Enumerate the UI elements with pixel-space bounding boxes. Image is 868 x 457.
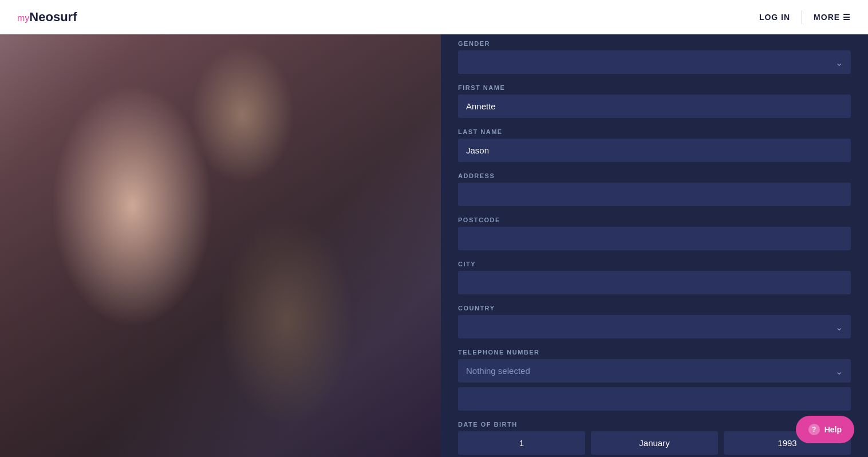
gender-select-wrapper: Male Female Other ⌄ (458, 50, 851, 74)
main-layout: GENDER Male Female Other ⌄ FIRST NAME (0, 0, 868, 457)
last-name-input[interactable] (458, 139, 851, 162)
gender-field-group: GENDER Male Female Other ⌄ (458, 40, 851, 74)
more-link[interactable]: MORE ☰ (814, 13, 851, 22)
telephone-label: TELEPHONE NUMBER (458, 349, 851, 356)
dob-day-field: 1 2 3 4 5 6 7 8 9 10 15 (458, 431, 585, 455)
first-name-field-group: FIRST NAME (458, 84, 851, 118)
dob-month-field: January February March April May June Ju… (591, 431, 718, 455)
dob-month-select[interactable]: January February March April May June Ju… (591, 431, 718, 455)
city-input[interactable] (458, 271, 851, 294)
form-panel: GENDER Male Female Other ⌄ FIRST NAME (441, 0, 868, 457)
header: myNeosurf LOG IN MORE ☰ (0, 0, 868, 34)
address-label: ADDRESS (458, 172, 851, 179)
first-name-input[interactable] (458, 94, 851, 118)
registration-form: GENDER Male Female Other ⌄ FIRST NAME (458, 40, 851, 455)
country-label: COUNTRY (458, 305, 851, 312)
telephone-field-group: TELEPHONE NUMBER Nothing selected +1 (US… (458, 349, 851, 411)
dob-day-select[interactable]: 1 2 3 4 5 6 7 8 9 10 15 (458, 431, 585, 455)
country-select[interactable]: Australia United Kingdom United States F… (458, 315, 851, 338)
telephone-input[interactable] (458, 387, 851, 411)
header-divider (802, 10, 802, 24)
help-button[interactable]: ? Help (796, 416, 854, 443)
login-link[interactable]: LOG IN (759, 13, 790, 22)
phone-code-select[interactable]: Nothing selected +1 (US) +44 (UK) +61 (A… (458, 359, 851, 383)
country-field-group: COUNTRY Australia United Kingdom United … (458, 305, 851, 338)
photo-background (0, 0, 441, 457)
postcode-input[interactable] (458, 227, 851, 250)
phone-code-wrapper: Nothing selected +1 (US) +44 (UK) +61 (A… (458, 359, 851, 383)
address-field-group: ADDRESS (458, 172, 851, 206)
country-select-wrapper: Australia United Kingdom United States F… (458, 315, 851, 338)
help-label: Help (824, 425, 842, 434)
address-input[interactable] (458, 183, 851, 206)
logo: myNeosurf (17, 10, 77, 25)
logo-brand: Neosurf (29, 10, 77, 24)
last-name-field-group: LAST NAME (458, 128, 851, 162)
gender-select[interactable]: Male Female Other (458, 50, 851, 74)
dob-label: DATE OF BIRTH (458, 421, 851, 428)
city-label: CITY (458, 261, 851, 267)
first-name-label: FIRST NAME (458, 84, 851, 91)
help-icon: ? (808, 424, 820, 435)
logo-my: my (17, 13, 29, 23)
city-field-group: CITY (458, 261, 851, 294)
postcode-field-group: POSTCODE (458, 216, 851, 250)
photo-panel (0, 0, 441, 457)
dob-field-group: DATE OF BIRTH 1 2 3 4 5 6 7 (458, 421, 851, 455)
photo-overlay (0, 0, 441, 457)
header-nav: LOG IN MORE ☰ (759, 10, 851, 24)
postcode-label: POSTCODE (458, 216, 851, 223)
dob-row: 1 2 3 4 5 6 7 8 9 10 15 (458, 431, 851, 455)
last-name-label: LAST NAME (458, 128, 851, 135)
gender-label: GENDER (458, 40, 851, 47)
